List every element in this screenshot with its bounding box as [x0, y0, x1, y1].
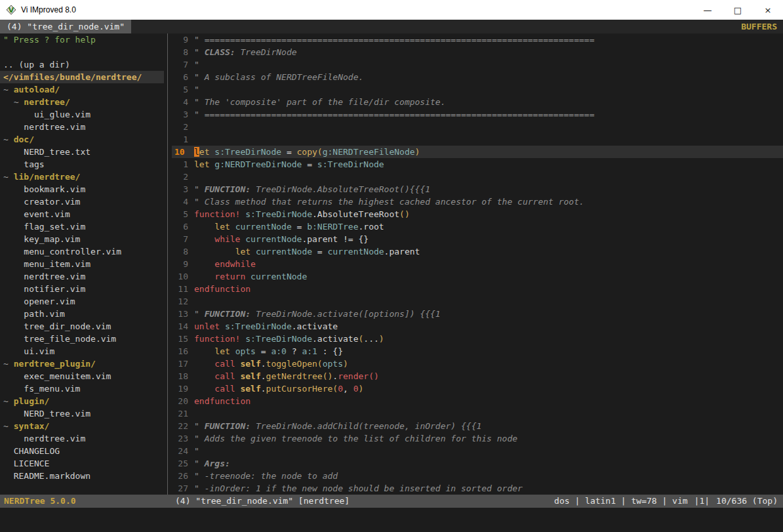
code-line[interactable]: 18 call self.getNerdtree().render() [172, 370, 783, 382]
maximize-button[interactable]: □ [723, 0, 753, 20]
nerdtree-item[interactable]: menu_controller.vim [0, 245, 164, 258]
code-line[interactable]: 6" A subclass of NERDTreeFileNode. [172, 71, 783, 83]
code-line[interactable]: 17 call self.toggleOpen(opts) [172, 358, 783, 370]
window-separator[interactable] [164, 33, 172, 495]
nerdtree-item[interactable]: ~ lib/nerdtree/ [0, 171, 164, 183]
statusline-position: 10/636 (Top) [716, 495, 778, 508]
nerdtree-item[interactable]: notifier.vim [0, 283, 164, 295]
code-line[interactable]: 6 let currentNode = b:NERDTree.root [172, 220, 783, 233]
code-line[interactable]: 8" CLASS: TreeDirNode [172, 46, 783, 58]
code-line-text: " A subclass of NERDTreeFileNode. [194, 71, 363, 83]
nerdtree-item[interactable]: ui_glue.vim [0, 108, 164, 121]
line-number: 7 [172, 233, 194, 245]
nerdtree-item[interactable]: tags [0, 158, 164, 171]
nerdtree-item[interactable]: path.vim [0, 308, 164, 320]
statusline-format-encoding: dos | latin1 | tw=78 | vim [554, 495, 688, 508]
code-line[interactable]: 23" Adds the given treenode to the list … [172, 432, 783, 445]
code-line[interactable]: 10let s:TreeDirNode = copy(g:NERDTreeFil… [172, 146, 783, 158]
nerdtree-item[interactable]: NERD_tree.txt [0, 146, 164, 158]
code-line-text: " Class method that returns the highest … [194, 195, 584, 208]
nerdtree-item[interactable]: ~ nerdtree_plugin/ [0, 358, 164, 370]
nerdtree-item[interactable] [0, 46, 164, 58]
code-line[interactable]: 7 while currentNode.parent != {} [172, 233, 783, 245]
editor-panel: 9" =====================================… [172, 33, 783, 495]
nerdtree-item[interactable]: ~ autoload/ [0, 83, 164, 96]
code-line[interactable]: 13" FUNCTION: TreeDirNode.activate([opti… [172, 308, 783, 320]
nerdtree-item[interactable]: ~ plugin/ [0, 395, 164, 407]
code-line[interactable]: 25" Args: [172, 457, 783, 470]
code-line[interactable]: 27" -inOrder: 1 if the new node should b… [172, 482, 783, 495]
code-line[interactable]: 12 [172, 295, 783, 308]
line-number: 5 [172, 83, 194, 96]
code-line[interactable]: 7" [172, 58, 783, 71]
code-line-text: " Args: [194, 457, 230, 470]
nerdtree-item[interactable]: " Press ? for help [0, 33, 164, 46]
nerdtree-item[interactable]: event.vim [0, 208, 164, 220]
code-line[interactable]: 1let g:NERDTreeDirNode = s:TreeDirNode [172, 158, 783, 171]
nerdtree-item[interactable]: exec_menuitem.vim [0, 370, 164, 382]
nerdtree-item[interactable]: CHANGELOG [0, 445, 164, 457]
nerdtree-item[interactable]: ~ nerdtree/ [0, 96, 164, 108]
code-line-text: let opts = a:0 ? a:1 : {} [194, 345, 343, 358]
nerdtree-item[interactable]: LICENCE [0, 457, 164, 470]
nerdtree-item[interactable]: opener.vim [0, 295, 164, 308]
nerdtree-item[interactable]: fs_menu.vim [0, 382, 164, 395]
statusline-window-number: |1| [694, 495, 710, 508]
line-number: 20 [172, 395, 194, 407]
code-line[interactable]: 2 [172, 121, 783, 133]
code-line[interactable]: 4" Class method that returns the highest… [172, 195, 783, 208]
svg-text:V: V [9, 6, 14, 14]
code-line[interactable]: 20endfunction [172, 395, 783, 407]
code-line[interactable]: 1 [172, 133, 783, 146]
nerdtree-item[interactable]: </vimfiles/bundle/nerdtree/ [0, 71, 164, 83]
vim-window: V Vi IMproved 8.0 — □ × (4) "tree_dir_no… [0, 0, 783, 532]
code-line[interactable]: 4" The 'composite' part of the file/dir … [172, 96, 783, 108]
nerdtree-item[interactable]: README.markdown [0, 470, 164, 482]
nerdtree-item[interactable]: bookmark.vim [0, 183, 164, 195]
line-number: 14 [172, 320, 194, 333]
code-line[interactable]: 3" =====================================… [172, 108, 783, 121]
code-line[interactable]: 9 endwhile [172, 258, 783, 270]
line-number: 12 [172, 295, 194, 308]
nerdtree-item[interactable]: menu_item.vim [0, 258, 164, 270]
code-line-text: endfunction [194, 283, 251, 295]
nerdtree-item[interactable]: key_map.vim [0, 233, 164, 245]
tab-tree-dir-node[interactable]: (4) "tree_dir_node.vim" [0, 20, 131, 33]
nerdtree-item[interactable]: nerdtree.vim [0, 432, 164, 445]
code-line[interactable]: 22" FUNCTION: TreeDirNode.addChild(treen… [172, 420, 783, 432]
nerdtree-item[interactable]: NERD_tree.vim [0, 407, 164, 420]
code-line[interactable]: 21 [172, 407, 783, 420]
code-line[interactable]: 11endfunction [172, 283, 783, 295]
nerdtree-item[interactable]: ui.vim [0, 345, 164, 358]
nerdtree-item[interactable]: ~ doc/ [0, 133, 164, 146]
code-line[interactable]: 15function! s:TreeDirNode.activate(...) [172, 333, 783, 345]
nerdtree-item[interactable]: tree_file_node.vim [0, 333, 164, 345]
code-line[interactable]: 5function! s:TreeDirNode.AbsoluteTreeRoo… [172, 208, 783, 220]
nerdtree-item-label: tree_file_node.vim [3, 334, 116, 344]
close-button[interactable]: × [753, 0, 783, 20]
nerdtree-item-label: menu_controller.vim [3, 247, 121, 256]
nerdtree-item[interactable]: flag_set.vim [0, 220, 164, 233]
code-line[interactable]: 3" FUNCTION: TreeDirNode.AbsoluteTreeRoo… [172, 183, 783, 195]
code-line[interactable]: 8 let currentNode = currentNode.parent [172, 245, 783, 258]
nerdtree-item[interactable]: .. (up a dir) [0, 58, 164, 71]
nerdtree-item[interactable]: nerdtree.vim [0, 270, 164, 283]
code-line[interactable]: 16 let opts = a:0 ? a:1 : {} [172, 345, 783, 358]
code-line[interactable]: 2 [172, 171, 783, 183]
nerdtree-item[interactable]: ~ syntax/ [0, 420, 164, 432]
nerdtree-item[interactable]: nerdtree.vim [0, 121, 164, 133]
nerdtree-item[interactable]: creator.vim [0, 195, 164, 208]
titlebar[interactable]: V Vi IMproved 8.0 — □ × [0, 0, 783, 20]
nerdtree-item[interactable]: tree_dir_node.vim [0, 320, 164, 333]
command-line[interactable] [0, 508, 783, 532]
code-line[interactable]: 5" [172, 83, 783, 96]
code-line[interactable]: 19 call self.putCursorHere(0, 0) [172, 382, 783, 395]
code-line-text: unlet s:TreeDirNode.activate [194, 320, 338, 333]
code-line[interactable]: 10 return currentNode [172, 270, 783, 283]
code-line[interactable]: 14unlet s:TreeDirNode.activate [172, 320, 783, 333]
code-line-text: " FUNCTION: TreeDirNode.AbsoluteTreeRoot… [194, 183, 430, 195]
code-line[interactable]: 24" [172, 445, 783, 457]
code-line[interactable]: 26" -treenode: the node to add [172, 470, 783, 482]
minimize-button[interactable]: — [693, 0, 723, 20]
code-line[interactable]: 9" =====================================… [172, 33, 783, 46]
